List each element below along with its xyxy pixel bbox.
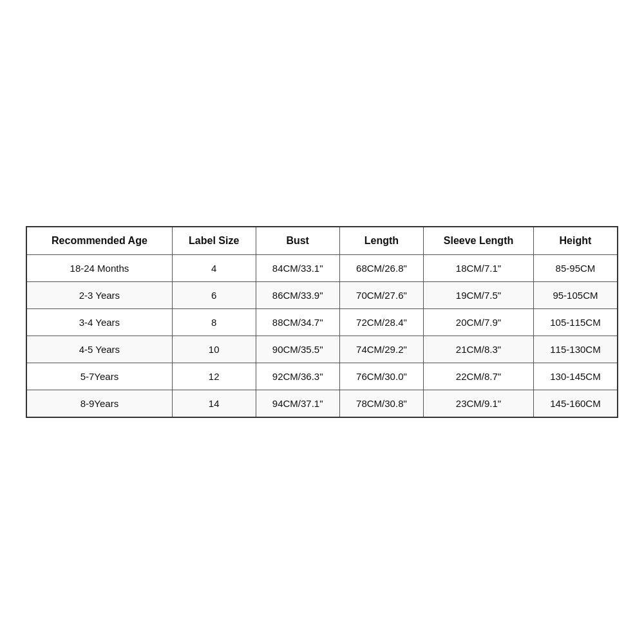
table-cell-2-2: 88CM/34.7" <box>256 309 339 336</box>
size-chart-container: Recommended AgeLabel SizeBustLengthSleev… <box>26 226 618 418</box>
size-chart-table: Recommended AgeLabel SizeBustLengthSleev… <box>26 226 618 418</box>
table-cell-3-4: 21CM/8.3" <box>424 336 534 363</box>
table-cell-2-3: 72CM/28.4" <box>339 309 423 336</box>
column-header-3: Length <box>339 227 423 255</box>
column-header-0: Recommended Age <box>26 227 172 255</box>
table-cell-2-4: 20CM/7.9" <box>424 309 534 336</box>
table-cell-4-3: 76CM/30.0" <box>339 363 423 390</box>
table-cell-4-0: 5-7Years <box>26 363 172 390</box>
table-cell-2-1: 8 <box>172 309 256 336</box>
table-body: 18-24 Months484CM/33.1"68CM/26.8"18CM/7.… <box>26 255 618 418</box>
table-cell-0-2: 84CM/33.1" <box>256 255 339 282</box>
table-cell-5-0: 8-9Years <box>26 390 172 418</box>
table-cell-3-5: 115-130CM <box>533 336 618 363</box>
table-cell-1-5: 95-105CM <box>533 282 618 309</box>
column-header-5: Height <box>533 227 618 255</box>
table-cell-3-3: 74CM/29.2" <box>339 336 423 363</box>
table-row: 18-24 Months484CM/33.1"68CM/26.8"18CM/7.… <box>26 255 618 282</box>
table-cell-5-4: 23CM/9.1" <box>424 390 534 418</box>
table-cell-4-5: 130-145CM <box>533 363 618 390</box>
table-cell-4-1: 12 <box>172 363 256 390</box>
table-cell-1-1: 6 <box>172 282 256 309</box>
table-row: 4-5 Years1090CM/35.5"74CM/29.2"21CM/8.3"… <box>26 336 618 363</box>
table-cell-5-2: 94CM/37.1" <box>256 390 339 418</box>
table-cell-3-2: 90CM/35.5" <box>256 336 339 363</box>
table-row: 5-7Years1292CM/36.3"76CM/30.0"22CM/8.7"1… <box>26 363 618 390</box>
table-cell-0-4: 18CM/7.1" <box>424 255 534 282</box>
table-cell-3-1: 10 <box>172 336 256 363</box>
table-cell-4-4: 22CM/8.7" <box>424 363 534 390</box>
table-cell-1-2: 86CM/33.9" <box>256 282 339 309</box>
table-cell-0-3: 68CM/26.8" <box>339 255 423 282</box>
table-cell-5-3: 78CM/30.8" <box>339 390 423 418</box>
table-cell-3-0: 4-5 Years <box>26 336 172 363</box>
table-cell-1-3: 70CM/27.6" <box>339 282 423 309</box>
column-header-2: Bust <box>256 227 339 255</box>
table-cell-5-1: 14 <box>172 390 256 418</box>
table-cell-0-5: 85-95CM <box>533 255 618 282</box>
table-cell-2-0: 3-4 Years <box>26 309 172 336</box>
table-cell-2-5: 105-115CM <box>533 309 618 336</box>
column-header-1: Label Size <box>172 227 256 255</box>
table-header-row: Recommended AgeLabel SizeBustLengthSleev… <box>26 227 618 255</box>
table-row: 3-4 Years888CM/34.7"72CM/28.4"20CM/7.9"1… <box>26 309 618 336</box>
table-cell-0-0: 18-24 Months <box>26 255 172 282</box>
column-header-4: Sleeve Length <box>424 227 534 255</box>
table-cell-1-4: 19CM/7.5" <box>424 282 534 309</box>
table-row: 8-9Years1494CM/37.1"78CM/30.8"23CM/9.1"1… <box>26 390 618 418</box>
table-cell-0-1: 4 <box>172 255 256 282</box>
table-row: 2-3 Years686CM/33.9"70CM/27.6"19CM/7.5"9… <box>26 282 618 309</box>
table-cell-1-0: 2-3 Years <box>26 282 172 309</box>
table-cell-4-2: 92CM/36.3" <box>256 363 339 390</box>
table-cell-5-5: 145-160CM <box>533 390 618 418</box>
